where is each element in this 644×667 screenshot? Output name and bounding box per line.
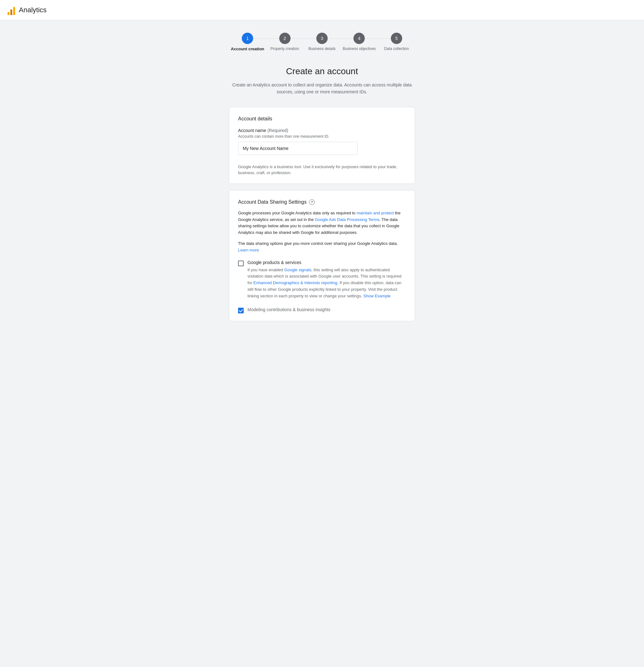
step-circle-1: 1 xyxy=(242,33,253,44)
google-products-content: Google products & services If you have e… xyxy=(247,260,406,299)
step-circle-3: 3 xyxy=(316,33,328,44)
modeling-contributions-checkbox[interactable] xyxy=(238,308,244,313)
sharing-intro: Google processes your Google Analytics d… xyxy=(238,210,406,236)
google-products-title: Google products & services xyxy=(247,260,406,265)
step-label-3: Business details xyxy=(308,47,336,51)
sharing-more: The data sharing options give you more c… xyxy=(238,241,406,254)
step-label-1: Account creation xyxy=(231,47,264,51)
step-label-2: Property creation xyxy=(270,47,299,51)
page-title: Create an account xyxy=(229,66,415,76)
main-content: 1 Account creation 2 Property creation 3… xyxy=(221,20,423,346)
google-ads-terms-link[interactable]: Google Ads Data Processing Terms xyxy=(315,217,379,222)
account-name-label: Account name (Required) xyxy=(238,128,406,133)
google-products-desc: If you have enabled Google signals, this… xyxy=(247,267,406,299)
step-item-5: 5 Data collection xyxy=(378,33,415,51)
step-label-5: Data collection xyxy=(384,47,409,51)
account-name-hint: Accounts can contain more than one measu… xyxy=(238,134,406,139)
maintain-protect-link[interactable]: maintain and protect xyxy=(357,211,394,215)
step-circle-2: 2 xyxy=(279,33,291,44)
account-details-card: Account details Account name (Required) … xyxy=(229,107,415,184)
stepper: 1 Account creation 2 Property creation 3… xyxy=(229,33,415,51)
logo-bar-2 xyxy=(10,10,12,15)
account-name-input[interactable] xyxy=(238,142,357,155)
step-item-1: 1 Account creation xyxy=(229,33,266,51)
step-item-2: 2 Property creation xyxy=(266,33,303,51)
modeling-contributions-row: Modeling contributions & business insigh… xyxy=(238,305,406,313)
header: Analytics xyxy=(0,0,644,20)
step-item-3: 3 Business details xyxy=(303,33,341,51)
learn-more-link[interactable]: Learn more xyxy=(238,248,259,253)
data-sharing-title-row: Account Data Sharing Settings ? xyxy=(238,199,406,205)
modeling-contributions-label: Modeling contributions & business insigh… xyxy=(247,307,331,312)
app-title: Analytics xyxy=(19,6,47,14)
step-item-4: 4 Business objectives xyxy=(341,33,378,51)
analytics-logo xyxy=(7,5,15,15)
page-subtitle: Create an Analytics account to collect a… xyxy=(229,81,415,96)
google-products-checkbox-item: Google products & services If you have e… xyxy=(238,260,406,299)
business-notice: Google Analytics is a business tool. Use… xyxy=(238,164,406,176)
show-example-link[interactable]: Show Example xyxy=(364,294,391,298)
help-icon[interactable]: ? xyxy=(309,199,315,205)
step-label-4: Business objectives xyxy=(343,47,376,51)
account-details-title: Account details xyxy=(238,116,406,121)
google-signals-link[interactable]: Google signals xyxy=(284,267,311,272)
step-circle-5: 5 xyxy=(391,33,402,44)
logo-bar-1 xyxy=(7,12,10,15)
data-sharing-card: Account Data Sharing Settings ? Google p… xyxy=(229,190,415,321)
enhanced-demographics-link[interactable]: Enhanced Demographics & Interests report… xyxy=(254,280,337,285)
step-circle-4: 4 xyxy=(353,33,365,44)
google-products-checkbox[interactable] xyxy=(238,261,244,266)
data-sharing-title: Account Data Sharing Settings xyxy=(238,199,307,205)
logo-bar-3 xyxy=(13,7,15,15)
